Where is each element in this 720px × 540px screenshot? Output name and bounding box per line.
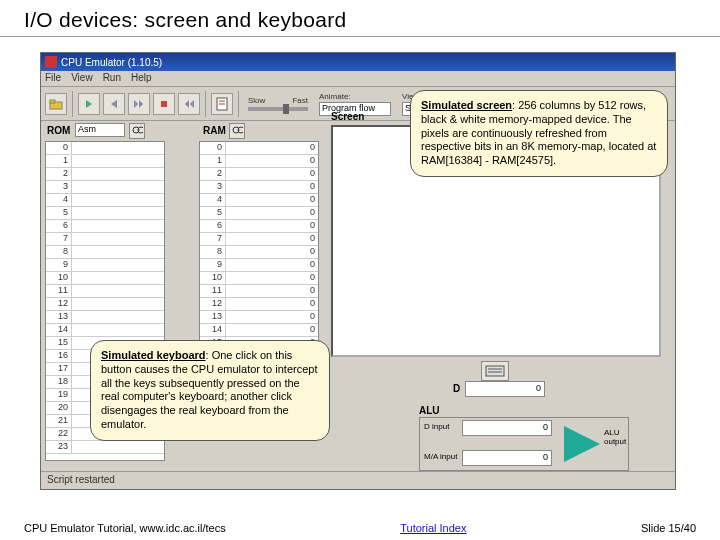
addr-cell: 2 (200, 168, 226, 180)
table-row[interactable]: 90 (200, 259, 318, 272)
table-row[interactable]: 2 (46, 168, 164, 181)
alu-in2-value: 0 (463, 451, 551, 465)
addr-cell: 13 (200, 311, 226, 323)
table-row[interactable]: 11 (46, 285, 164, 298)
ram-table[interactable]: 00102030405060708090100110120130140150 (199, 141, 319, 349)
callout-screen: Simulated screen: 256 columns by 512 row… (410, 90, 668, 177)
table-row[interactable]: 5 (46, 207, 164, 220)
table-row[interactable]: 30 (200, 181, 318, 194)
addr-cell: 5 (200, 207, 226, 219)
addr-cell: 4 (46, 194, 72, 206)
table-row[interactable]: 140 (200, 324, 318, 337)
value-cell: 0 (226, 142, 318, 154)
find-rom-button[interactable] (129, 123, 145, 139)
addr-cell: 8 (46, 246, 72, 258)
footer-left: CPU Emulator Tutorial, www.idc.ac.il/tec… (24, 522, 226, 534)
table-row[interactable]: 14 (46, 324, 164, 337)
keyboard-button[interactable] (481, 361, 509, 381)
value-cell: 0 (226, 181, 318, 193)
addr-cell: 12 (200, 298, 226, 310)
addr-cell: 3 (200, 181, 226, 193)
speed-slider[interactable]: SlowFast (248, 96, 308, 111)
rom-format-select[interactable]: Asm (75, 123, 125, 137)
addr-cell: 18 (46, 376, 72, 388)
table-row[interactable]: 60 (200, 220, 318, 233)
statusbar: Script restarted (41, 471, 675, 489)
value-cell (72, 194, 164, 206)
addr-cell: 6 (200, 220, 226, 232)
reset-button[interactable] (178, 93, 200, 115)
alu-in2-field: 0 (462, 450, 552, 466)
table-row[interactable]: 130 (200, 311, 318, 324)
stop-button[interactable] (153, 93, 175, 115)
open-button[interactable] (45, 93, 67, 115)
animate-label: Animate: (319, 92, 391, 101)
table-row[interactable]: 0 (46, 142, 164, 155)
table-row[interactable]: 13 (46, 311, 164, 324)
addr-cell: 9 (200, 259, 226, 271)
slide-footer: CPU Emulator Tutorial, www.idc.ac.il/tec… (24, 522, 696, 534)
table-row[interactable]: 70 (200, 233, 318, 246)
d-register[interactable]: 0 (465, 381, 545, 397)
table-row[interactable]: 110 (200, 285, 318, 298)
table-row[interactable]: 9 (46, 259, 164, 272)
table-row[interactable]: 4 (46, 194, 164, 207)
alu-in2-label: M/A input (424, 452, 457, 461)
table-row[interactable]: 8 (46, 246, 164, 259)
find-ram-button[interactable] (229, 123, 245, 139)
value-cell (72, 168, 164, 180)
svg-rect-1 (50, 100, 55, 103)
step-back-button[interactable] (103, 93, 125, 115)
table-row[interactable]: 6 (46, 220, 164, 233)
addr-cell: 7 (46, 233, 72, 245)
step-button[interactable] (78, 93, 100, 115)
table-row[interactable]: 50 (200, 207, 318, 220)
speed-slow-label: Slow (248, 96, 265, 105)
addr-cell: 21 (46, 415, 72, 427)
footer-right: Slide 15/40 (641, 522, 696, 534)
addr-cell: 3 (46, 181, 72, 193)
addr-cell: 5 (46, 207, 72, 219)
value-cell (72, 285, 164, 297)
table-row[interactable]: 7 (46, 233, 164, 246)
addr-cell: 14 (200, 324, 226, 336)
table-row[interactable]: 10 (46, 272, 164, 285)
callout-kbd-text: : One click on this button causes the CP… (101, 349, 317, 430)
value-cell: 0 (226, 194, 318, 206)
value-cell: 0 (226, 285, 318, 297)
value-cell (72, 441, 164, 453)
svg-marker-7 (190, 100, 194, 108)
table-row[interactable]: 12 (46, 298, 164, 311)
alu-out-label: ALU output (604, 428, 628, 446)
table-row[interactable]: 3 (46, 181, 164, 194)
table-row[interactable]: 23 (46, 441, 164, 454)
run-button[interactable] (128, 93, 150, 115)
menu-view[interactable]: View (71, 72, 93, 85)
value-cell (72, 259, 164, 271)
script-button[interactable] (211, 93, 233, 115)
table-row[interactable]: 80 (200, 246, 318, 259)
alu-in1-field: 0 (462, 420, 552, 436)
menu-help[interactable]: Help (131, 72, 152, 85)
d-reg-label: D (453, 383, 460, 394)
svg-rect-6 (161, 101, 167, 107)
callout-kbd-title: Simulated keyboard (101, 349, 206, 361)
addr-cell: 0 (200, 142, 226, 154)
value-cell: 0 (226, 155, 318, 167)
table-row[interactable]: 1 (46, 155, 164, 168)
table-row[interactable]: 40 (200, 194, 318, 207)
addr-cell: 22 (46, 428, 72, 440)
addr-cell: 19 (46, 389, 72, 401)
table-row[interactable]: 20 (200, 168, 318, 181)
tutorial-index-link[interactable]: Tutorial Index (400, 522, 466, 534)
addr-cell: 23 (46, 441, 72, 453)
table-row[interactable]: 00 (200, 142, 318, 155)
addr-cell: 2 (46, 168, 72, 180)
slider-track[interactable] (248, 107, 308, 111)
table-row[interactable]: 10 (200, 155, 318, 168)
table-row[interactable]: 100 (200, 272, 318, 285)
table-row[interactable]: 120 (200, 298, 318, 311)
menu-file[interactable]: File (45, 72, 61, 85)
value-cell (72, 181, 164, 193)
menu-run[interactable]: Run (103, 72, 121, 85)
